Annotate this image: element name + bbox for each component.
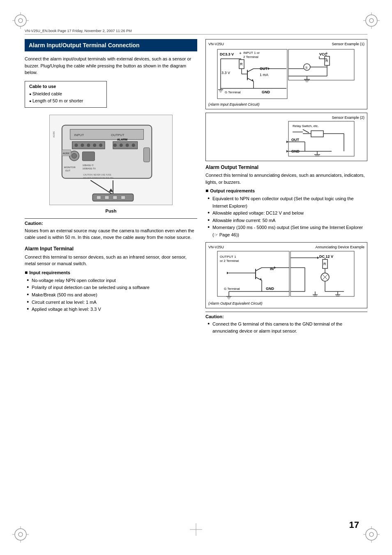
svg-point-35 bbox=[93, 143, 96, 147]
svg-line-121 bbox=[303, 130, 309, 133]
svg-point-19 bbox=[369, 532, 374, 536]
svg-text:R: R bbox=[325, 59, 328, 63]
output-req-title: Output requirements bbox=[205, 188, 367, 194]
alarm-input-title: Alarm Input Terminal bbox=[25, 246, 197, 252]
camera-svg: INPUT OUTPUT bbox=[50, 117, 172, 203]
svg-text:DC 12 V: DC 12 V bbox=[319, 254, 333, 259]
alarm-output-title: Alarm Output Terminal bbox=[205, 164, 367, 170]
svg-text:DO NOT CONNECT TO THE TEL: DO NOT CONNECT TO THE TEL bbox=[83, 177, 114, 179]
section-intro: Connect the alarm input/output terminals… bbox=[25, 56, 197, 76]
svg-text:+: + bbox=[239, 51, 242, 56]
svg-rect-43 bbox=[82, 152, 95, 161]
svg-line-75 bbox=[247, 69, 254, 72]
svg-rect-58 bbox=[97, 196, 101, 199]
svg-rect-61 bbox=[121, 196, 125, 199]
svg-text:OUTPUT: OUTPUT bbox=[111, 133, 125, 137]
camera-diagram-container: INPUT OUTPUT bbox=[45, 115, 177, 213]
svg-line-56 bbox=[90, 180, 113, 195]
content-area: Alarm Input/Output Terminal Connection C… bbox=[25, 39, 367, 522]
corner-tr bbox=[363, 12, 380, 29]
svg-point-37 bbox=[113, 143, 117, 147]
svg-text:or 2 Terminal: or 2 Terminal bbox=[220, 259, 239, 263]
svg-text:2 Terminal: 2 Terminal bbox=[243, 55, 258, 59]
cable-list: Shielded cable Length of 50 m or shorter bbox=[29, 90, 102, 105]
cable-item-1: Shielded cable bbox=[29, 90, 102, 98]
right-caution-list: Connect the G terminal of this camera to… bbox=[208, 321, 367, 335]
svg-line-85 bbox=[221, 84, 254, 88]
svg-text:+: + bbox=[325, 51, 328, 56]
svg-point-1 bbox=[18, 18, 23, 23]
svg-marker-156 bbox=[227, 272, 229, 274]
svg-text:OUT: OUT bbox=[291, 138, 300, 142]
svg-point-13 bbox=[18, 532, 23, 536]
input-req-title: Input requirements bbox=[25, 270, 197, 275]
svg-marker-124 bbox=[286, 141, 288, 143]
svg-point-36 bbox=[99, 143, 102, 147]
sensor-2-label: Sensor Example (2) bbox=[332, 116, 364, 120]
svg-marker-127 bbox=[286, 150, 288, 153]
svg-text:INPUT: INPUT bbox=[74, 133, 84, 137]
output-req-2: Allowable applied voltage: DC12 V and be… bbox=[208, 210, 367, 217]
output-circuit-right-label: Annunciating Device Example bbox=[315, 245, 364, 249]
svg-text:ALARM: ALARM bbox=[117, 138, 127, 141]
svg-text:AC/DC: AC/DC bbox=[53, 131, 55, 137]
svg-line-139 bbox=[256, 268, 262, 271]
svg-text:OUT: OUT bbox=[65, 169, 71, 172]
circuit-input-box-1: VN-V25U Sensor Example (1) DC3.3 V + INP… bbox=[205, 39, 367, 109]
section-title: Alarm Input/Output Terminal Connection bbox=[25, 39, 197, 51]
svg-point-39 bbox=[126, 143, 129, 147]
svg-marker-80 bbox=[268, 67, 270, 70]
circuit-output-box: VN-V25U Annunciating Device Example OUTP… bbox=[205, 242, 367, 308]
corner-br bbox=[363, 526, 380, 543]
circuit-left-label: VN-V25U bbox=[208, 42, 224, 46]
svg-text:1 mA: 1 mA bbox=[260, 73, 268, 77]
circuit-input-svg-1: DC3.3 V + INPUT 1 or 2 Terminal R bbox=[208, 47, 364, 101]
output-req-4: Momentary (100 ms - 5000 ms) output (Set… bbox=[208, 224, 367, 238]
right-column: VN-V25U Sensor Example (1) DC3.3 V + INP… bbox=[205, 39, 367, 522]
svg-rect-59 bbox=[105, 196, 109, 199]
circuit-sensor2-svg: Relay Switch, etc. OUT bbox=[208, 120, 364, 157]
right-caution-title: Caution: bbox=[205, 314, 367, 319]
corner-bl bbox=[12, 526, 29, 543]
bottom-center-mark bbox=[190, 523, 202, 536]
svg-point-38 bbox=[120, 143, 123, 147]
input-req-3: Make/Break (500 ms and above) bbox=[27, 291, 197, 299]
svg-point-42 bbox=[72, 153, 77, 158]
circuit-right-label: Sensor Example (1) bbox=[332, 42, 364, 46]
svg-marker-144 bbox=[274, 266, 276, 269]
right-caution: Caution: Connect the G terminal of this … bbox=[205, 312, 367, 335]
corner-tl bbox=[12, 12, 29, 29]
output-req-list: Equivalent to NPN open collector output … bbox=[208, 195, 367, 239]
svg-text:G Terminal: G Terminal bbox=[225, 90, 241, 94]
caution-section: Caution: Noises from an external source … bbox=[25, 218, 197, 241]
svg-point-18 bbox=[366, 529, 377, 540]
input-req-2: Polarity of input detection can be selec… bbox=[27, 284, 197, 291]
svg-text:GND: GND bbox=[262, 90, 270, 94]
svg-rect-60 bbox=[113, 196, 117, 199]
page: VN-V25U_EN.book Page 17 Friday, November… bbox=[0, 0, 392, 555]
svg-text:CAUTION: NEVER USE FUSE: CAUTION: NEVER USE FUSE bbox=[83, 174, 111, 176]
svg-point-12 bbox=[15, 529, 26, 540]
caution-title: Caution: bbox=[25, 221, 197, 226]
svg-text:OUTPUT 1: OUTPUT 1 bbox=[220, 255, 236, 259]
svg-point-40 bbox=[132, 143, 135, 147]
circuit-output-svg: OUTPUT 1 or 2 Terminal IN bbox=[208, 250, 364, 300]
svg-rect-117 bbox=[311, 131, 323, 137]
output-req-1: Equivalent to NPN open collector output … bbox=[208, 195, 367, 210]
svg-text:MONITOR: MONITOR bbox=[64, 166, 76, 169]
alarm-input-intro: Connect this terminal to sensor devices,… bbox=[25, 254, 197, 267]
header-line: VN-V25U_EN.book Page 17 Friday, November… bbox=[25, 29, 367, 35]
svg-point-33 bbox=[81, 143, 84, 147]
cable-to-use-box: Cable to use Shielded cable Length of 50… bbox=[25, 81, 107, 108]
svg-text:R: R bbox=[323, 262, 326, 266]
svg-text:GND: GND bbox=[266, 287, 274, 291]
input-req-4: Circuit current at low level: 1 mA bbox=[27, 299, 197, 306]
svg-text:R: R bbox=[240, 62, 243, 66]
svg-point-34 bbox=[87, 143, 90, 147]
output-req-3: Allowable inflow current: 50 mA bbox=[208, 217, 367, 224]
right-caution-text: Connect the G terminal of this camera to… bbox=[208, 321, 367, 335]
svg-text:Relay Switch, etc.: Relay Switch, etc. bbox=[293, 124, 319, 128]
caution-text: Noises from an external source may cause… bbox=[25, 227, 197, 241]
header-text: VN-V25U_EN.book Page 17 Friday, November… bbox=[25, 29, 131, 33]
left-column: Alarm Input/Output Terminal Connection C… bbox=[25, 39, 197, 522]
